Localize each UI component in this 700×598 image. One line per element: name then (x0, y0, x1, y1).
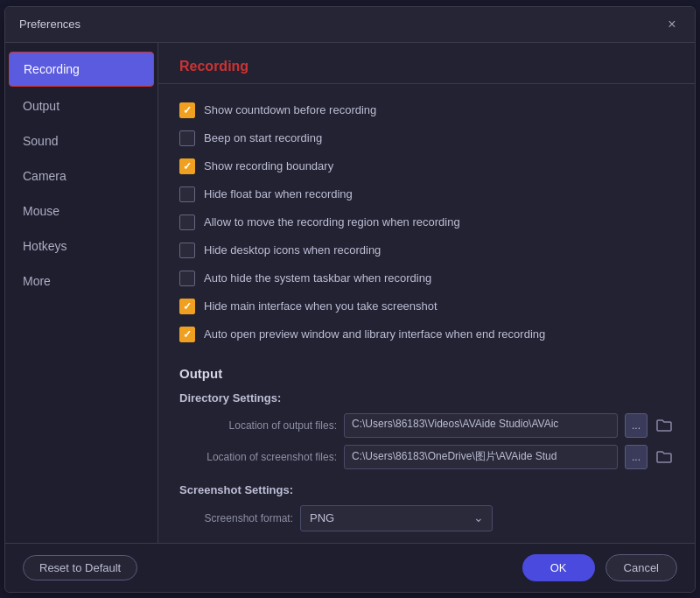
checkbox-boundary-label: Show recording boundary (204, 159, 333, 172)
main-content: Recording Show countdown before recordin… (158, 43, 695, 543)
output-section-title: Output (179, 366, 674, 381)
checkbox-countdown[interactable] (179, 102, 195, 118)
checkbox-countdown-label: Show countdown before recording (204, 103, 376, 116)
cancel-button[interactable]: Cancel (606, 554, 677, 581)
output-files-folder-button[interactable] (654, 413, 674, 438)
checkbox-autoopen[interactable] (179, 327, 195, 342)
checkbox-row-beep: Beep on start recording (179, 124, 674, 152)
sidebar-item-more[interactable]: More (5, 264, 158, 299)
checkbox-row-moveregion: Allow to move the recording region when … (179, 208, 674, 236)
checkbox-row-floatbar: Hide float bar when recording (179, 180, 674, 208)
ok-button[interactable]: OK (522, 554, 595, 581)
sidebar: Recording Output Sound Camera Mouse Hotk… (5, 43, 158, 543)
screenshot-files-path[interactable]: C:\Users\86183\OneDrive\图片\AVAide Stud (344, 445, 618, 469)
checkbox-row-countdown: Show countdown before recording (179, 96, 674, 124)
sidebar-item-output[interactable]: Output (5, 88, 158, 123)
checkbox-floatbar[interactable] (179, 186, 195, 202)
screenshot-files-folder-button[interactable] (654, 445, 674, 469)
directory-settings-title: Directory Settings: (179, 391, 674, 405)
checkbox-row-maininterface: Hide main interface when you take screen… (179, 292, 674, 320)
preferences-dialog: Preferences × Recording Output Sound Cam… (4, 6, 696, 593)
output-files-path[interactable]: C:\Users\86183\Videos\AVAide Studio\AVAi… (344, 413, 618, 438)
checkbox-row-desktopicons: Hide desktop icons when recording (179, 236, 674, 264)
checkbox-list: Show countdown before recording Beep on … (158, 93, 695, 352)
output-files-dots-button[interactable]: ... (625, 413, 648, 438)
screenshot-files-row: Location of screenshot files: C:\Users\8… (179, 445, 674, 469)
checkbox-taskbar[interactable] (179, 271, 195, 286)
format-row: Screenshot format: PNG JPG BMP GIF (179, 505, 674, 531)
checkbox-boundary[interactable] (179, 158, 195, 174)
format-select-wrapper: PNG JPG BMP GIF (300, 505, 493, 531)
checkbox-row-taskbar: Auto hide the system taskbar when record… (179, 264, 674, 292)
screenshot-files-label: Location of screenshot files: (179, 451, 337, 463)
checkbox-maininterface-label: Hide main interface when you take screen… (204, 299, 438, 313)
screenshot-settings: Screenshot Settings: Screenshot format: … (179, 483, 674, 531)
sidebar-item-hotkeys[interactable]: Hotkeys (5, 229, 158, 264)
checkbox-moveregion-label: Allow to move the recording region when … (204, 215, 460, 229)
output-section: Output Directory Settings: Location of o… (158, 352, 695, 543)
reset-button[interactable]: Reset to Default (23, 555, 137, 580)
checkbox-beep-label: Beep on start recording (204, 131, 322, 144)
dialog-title: Preferences (19, 18, 80, 31)
output-files-row: Location of output files: C:\Users\86183… (179, 413, 674, 438)
recording-section-header: Recording (158, 43, 695, 84)
checkbox-autoopen-label: Auto open preview window and library int… (204, 327, 545, 341)
screenshot-format-label: Screenshot format: (179, 512, 293, 524)
checkbox-maininterface[interactable] (179, 299, 195, 314)
checkbox-row-autoopen: Auto open preview window and library int… (179, 320, 674, 348)
screenshot-files-dots-button[interactable]: ... (625, 445, 648, 469)
footer-right-buttons: OK Cancel (522, 554, 677, 581)
output-files-label: Location of output files: (179, 419, 337, 432)
checkbox-floatbar-label: Hide float bar when recording (204, 187, 353, 201)
dialog-footer: Reset to Default OK Cancel (5, 543, 695, 592)
checkbox-taskbar-label: Auto hide the system taskbar when record… (204, 271, 431, 285)
folder-icon (656, 450, 672, 464)
folder-icon (656, 419, 672, 433)
screenshot-settings-title: Screenshot Settings: (179, 483, 674, 496)
checkbox-desktopicons[interactable] (179, 243, 195, 258)
sidebar-item-mouse[interactable]: Mouse (5, 193, 158, 229)
checkbox-beep[interactable] (179, 130, 195, 146)
checkbox-row-boundary: Show recording boundary (179, 152, 674, 180)
checkbox-moveregion[interactable] (179, 215, 195, 230)
title-bar: Preferences × (5, 7, 695, 43)
dialog-body: Recording Output Sound Camera Mouse Hotk… (5, 43, 695, 543)
checkbox-desktopicons-label: Hide desktop icons when recording (204, 243, 381, 257)
screenshot-format-select[interactable]: PNG JPG BMP GIF (300, 505, 493, 531)
close-button[interactable]: × (663, 16, 681, 33)
sidebar-item-recording[interactable]: Recording (9, 52, 154, 87)
sidebar-item-camera[interactable]: Camera (5, 158, 158, 193)
sidebar-item-sound[interactable]: Sound (5, 123, 158, 158)
